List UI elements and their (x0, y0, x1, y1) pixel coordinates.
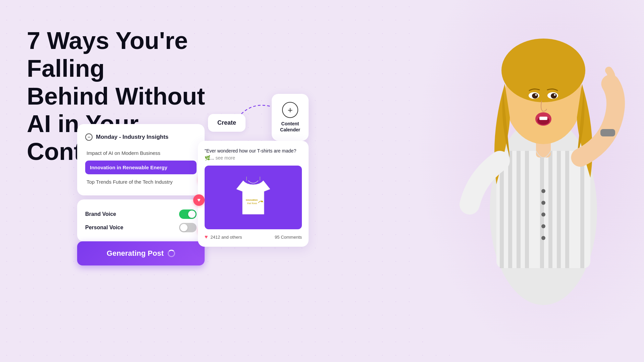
personal-voice-toggle[interactable] (179, 223, 197, 232)
svg-rect-20 (508, 151, 512, 268)
brand-voice-label: Brand Voice (85, 211, 116, 217)
svg-rect-40 (600, 129, 615, 136)
personal-voice-row: Personal Voice (85, 221, 197, 234)
heart-float-post[interactable]: ♥ (193, 194, 205, 206)
tshirt-image: innovation that flows (233, 174, 273, 221)
post-comments: 95 Comments (275, 235, 302, 240)
svg-text:innovation: innovation (246, 199, 258, 201)
post-caption: "Ever wondered how our T-shirts are made… (205, 147, 302, 162)
calendar-widget: + ContentCalender (272, 94, 309, 141)
personal-voice-label: Personal Voice (85, 225, 123, 231)
insight-item-1[interactable]: Impact of AI on Modern Business (85, 147, 197, 159)
insights-card: − Monday - Industry Insights Impact of A… (77, 124, 205, 195)
day-title: − Monday - Industry Insights (85, 133, 197, 141)
svg-point-43 (541, 213, 545, 217)
see-more-link[interactable]: see more (216, 155, 235, 161)
brand-voice-row: Brand Voice (85, 207, 197, 221)
svg-rect-22 (525, 151, 529, 268)
svg-rect-27 (580, 151, 584, 268)
heart-icon: ♥ (205, 234, 208, 240)
svg-rect-26 (565, 151, 569, 268)
plus-icon[interactable]: + (282, 102, 298, 118)
insight-item-2-active[interactable]: Innovation in Renewable Energy (85, 161, 197, 174)
svg-point-41 (541, 189, 545, 193)
minus-icon[interactable]: − (85, 133, 93, 141)
svg-point-34 (551, 93, 557, 99)
svg-point-42 (541, 201, 545, 205)
woman-svg (436, 17, 644, 345)
svg-rect-21 (517, 151, 521, 268)
calendar-text: ContentCalender (280, 121, 300, 133)
post-actions: ♥ 2412 and others 95 Comments (205, 234, 302, 240)
svg-rect-25 (557, 151, 561, 268)
svg-point-36 (554, 94, 556, 96)
create-section: Create (208, 114, 246, 132)
svg-rect-39 (539, 117, 547, 120)
social-post-card: ♥ "Ever wondered how our T-shirts are ma… (198, 141, 309, 247)
svg-point-35 (535, 94, 537, 96)
svg-point-33 (532, 93, 538, 99)
svg-point-45 (541, 236, 545, 240)
post-image: innovation that flows (205, 166, 302, 229)
svg-rect-24 (548, 151, 552, 268)
post-likes: ♥ 2412 and others (205, 234, 242, 240)
svg-point-44 (541, 224, 545, 228)
svg-text:that flows: that flows (247, 202, 257, 204)
loading-spinner (168, 250, 175, 257)
svg-rect-23 (540, 151, 544, 268)
svg-point-30 (501, 39, 585, 102)
brand-voice-toggle[interactable] (179, 209, 197, 219)
generate-post-button[interactable]: Generating Post (77, 241, 205, 265)
create-button[interactable]: Create (208, 114, 246, 132)
insight-item-3[interactable]: Top Trends Future of the Tech Industry (85, 176, 197, 188)
woman-figure (416, 0, 644, 362)
voice-card: Brand Voice Personal Voice ♥ (77, 199, 205, 242)
